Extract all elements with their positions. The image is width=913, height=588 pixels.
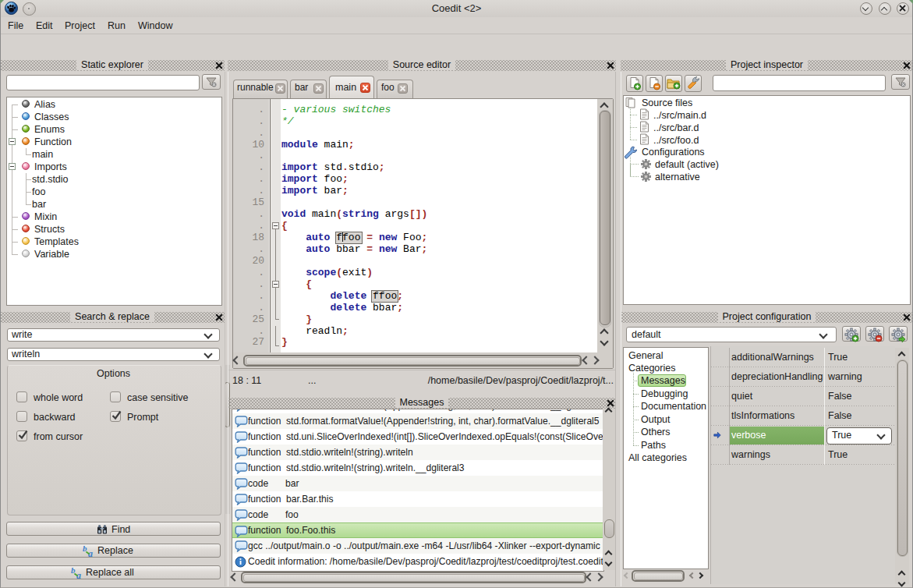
svg-text:a: a: [88, 548, 93, 557]
svg-text:a: a: [76, 570, 81, 579]
